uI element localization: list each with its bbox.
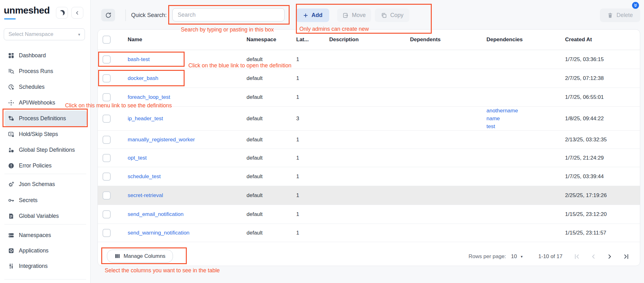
definition-link[interactable]: ip_header_test: [128, 116, 163, 122]
definition-link[interactable]: schedule_test: [128, 173, 161, 180]
cell-latest-version: 1: [296, 69, 299, 88]
row-checkbox[interactable]: [103, 74, 111, 82]
sidebar-item-label: Namespaces: [19, 232, 51, 239]
row-checkbox[interactable]: [103, 93, 111, 101]
row-checkbox[interactable]: [103, 55, 111, 64]
table-row[interactable]: send_email_notificationdefault11/15/25, …: [98, 205, 640, 224]
process-definitions-icon: [8, 115, 14, 122]
json-schemas-icon: [8, 181, 14, 188]
first-page-button[interactable]: [573, 253, 581, 260]
copy-button[interactable]: Copy: [375, 8, 409, 22]
cell-namespace: default: [247, 88, 263, 106]
row-checkbox[interactable]: [103, 136, 111, 144]
search-input[interactable]: [172, 8, 285, 21]
sidebar-item-global-step-definitions[interactable]: Global Step Definitions: [4, 142, 87, 158]
row-checkbox-wrap: [103, 50, 111, 69]
sidebar-item-dashboard[interactable]: Dashboard: [4, 48, 87, 63]
column-header-name: Name: [128, 30, 142, 50]
definition-link[interactable]: opt_test: [128, 155, 147, 161]
cell-namespace: default: [247, 224, 263, 242]
sidebar-item-global-variables[interactable]: Global Variables: [4, 208, 87, 224]
cell-created-at: 2/13/25, 03:32:35: [565, 131, 607, 149]
select-all-checkbox[interactable]: [103, 36, 111, 44]
table-row[interactable]: secret-retrievaldefault12/25/25, 17:19:2…: [98, 186, 640, 205]
sidebar-item-process-runs[interactable]: Process Runs: [4, 63, 87, 79]
table-row[interactable]: manually_registered_workerdefault12/13/2…: [98, 131, 640, 149]
sidebar-item-schedules[interactable]: Schedules: [4, 79, 87, 95]
namespace-select[interactable]: Select Namespace ▾: [4, 28, 85, 40]
sidebar-item-integrations[interactable]: Integrations: [4, 258, 87, 274]
table-row[interactable]: docker_bashdefault12/7/25, 07:12:38: [98, 69, 640, 88]
sidebar-item-secrets[interactable]: Secrets: [4, 192, 87, 208]
table-row[interactable]: opt_testdefault11/7/25, 21:24:29: [98, 149, 640, 167]
cell-latest-version: 1: [296, 167, 299, 186]
last-page-button[interactable]: [622, 253, 630, 260]
applications-icon: [8, 247, 14, 254]
definition-link[interactable]: secret-retrieval: [128, 192, 163, 199]
sidebar-item-api-webhooks[interactable]: API/Webhooks: [4, 95, 87, 110]
definition-link[interactable]: send_warning_notification: [128, 230, 190, 236]
sidebar-item-error-policies[interactable]: Error Policies: [4, 158, 87, 173]
cell-created-at: 1/15/25, 23:11:57: [565, 224, 606, 242]
row-checkbox[interactable]: [103, 115, 111, 123]
row-checkbox-wrap: [103, 205, 111, 224]
table-row[interactable]: send_warning_notificationdefault11/15/25…: [98, 224, 640, 242]
column-header-dependencies: Dependencies: [486, 30, 523, 50]
row-checkbox[interactable]: [103, 173, 111, 181]
row-checkbox[interactable]: [103, 154, 111, 162]
column-header-namespace: Namespace: [247, 30, 276, 50]
pagination-range-label: 1-10 of 17: [538, 253, 563, 260]
cell-created-at: 2/7/25, 07:12:38: [565, 69, 604, 88]
row-checkbox[interactable]: [103, 229, 111, 237]
row-checkbox-wrap: [103, 186, 111, 205]
definition-link[interactable]: bash-test: [128, 56, 150, 63]
delete-button[interactable]: Delete: [600, 8, 640, 22]
add-button[interactable]: Add: [296, 8, 329, 22]
cell-latest-version: 1: [296, 50, 299, 69]
definition-link[interactable]: send_email_notification: [128, 211, 184, 218]
row-checkbox[interactable]: [103, 210, 111, 218]
app-logo: unmeshed: [4, 5, 50, 16]
rows-per-page-value[interactable]: 10: [511, 253, 517, 260]
dark-mode-toggle[interactable]: [56, 7, 68, 19]
cell-created-at: 2/25/25, 17:19:26: [565, 186, 607, 205]
table-row[interactable]: schedule_testdefault11/7/25, 03:39:44: [98, 167, 640, 186]
cell-namespace: default: [247, 50, 263, 69]
row-checkbox[interactable]: [103, 191, 111, 200]
cell-created-at: 1/7/25, 03:39:44: [565, 167, 604, 186]
error-policies-icon: [8, 162, 14, 169]
move-button[interactable]: Move: [337, 8, 371, 22]
refresh-button[interactable]: [101, 9, 115, 21]
columns-icon: [114, 253, 120, 259]
next-page-button[interactable]: [606, 253, 613, 260]
definition-link[interactable]: docker_bash: [128, 75, 158, 82]
sidebar-item-hold-skip-steps[interactable]: Hold/Skip Steps: [4, 126, 87, 142]
previous-page-button[interactable]: [590, 253, 597, 260]
sidebar-item-namespaces[interactable]: Namespaces: [4, 227, 87, 243]
rows-per-page-caret-icon[interactable]: ▾: [521, 254, 523, 259]
manage-columns-button[interactable]: Manage Columns: [107, 250, 173, 263]
sidebar-item-json-schemas[interactable]: Json Schemas: [4, 176, 87, 192]
definition-link[interactable]: manually_registered_worker: [128, 137, 195, 143]
column-header-dependents: Dependents: [410, 30, 441, 50]
table-row[interactable]: foreach_loop_testdefault11/7/25, 06:55:0…: [98, 88, 640, 107]
row-checkbox-wrap: [103, 107, 111, 130]
sidebar-item-process-definitions[interactable]: Process Definitions: [4, 110, 87, 126]
global-step-definitions-icon: [8, 146, 14, 153]
sidebar-collapse-button[interactable]: [71, 7, 83, 19]
definition-link[interactable]: foreach_loop_test: [128, 94, 170, 100]
table-row[interactable]: bash-testdefault11/7/25, 03:36:15: [98, 50, 640, 69]
notification-badge[interactable]: [632, 2, 639, 9]
trash-icon: [607, 12, 613, 18]
sidebar-item-applications[interactable]: Applications: [4, 243, 87, 258]
chevron-left-icon: [75, 10, 80, 16]
annotation-columns-tip: Select the columns you want to see in th…: [105, 267, 220, 274]
sidebar-item-label: Global Step Definitions: [19, 147, 75, 153]
cell-dependencies: anothernamenametest: [486, 107, 518, 130]
dependency-link[interactable]: name: [486, 115, 500, 122]
dependency-link[interactable]: test: [486, 122, 495, 130]
sidebar-item-label: Json Schemas: [19, 181, 55, 188]
table-row[interactable]: ip_header_testdefault3anothernamenametes…: [98, 107, 640, 131]
dependency-link[interactable]: anothername: [486, 107, 518, 115]
sidebar-divider: [4, 279, 86, 280]
